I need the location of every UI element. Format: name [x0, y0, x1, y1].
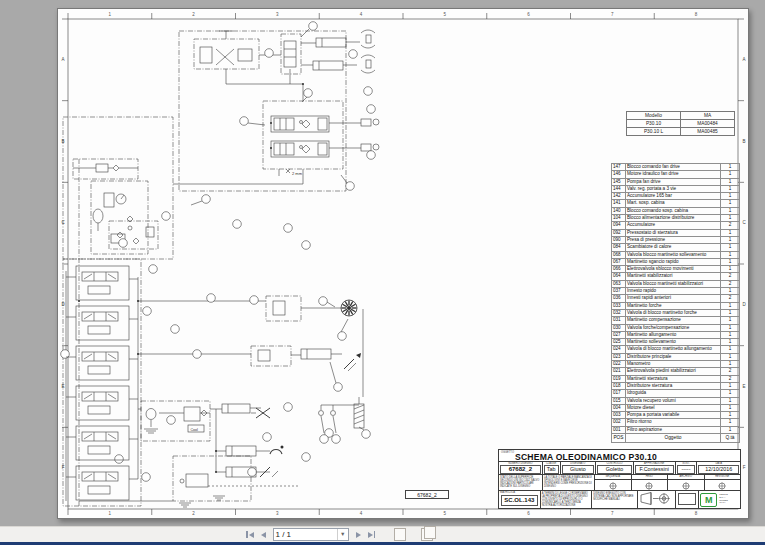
balloon-ref: [193, 350, 202, 359]
chevron-down-icon[interactable]: ▼: [337, 529, 345, 540]
frame-num-bottom: 1: [105, 511, 115, 516]
parts-row: 017Idroguida1: [612, 390, 740, 397]
frame-num-bottom: 2: [189, 511, 199, 516]
parts-row: 142Accumulatore 165 bar1: [612, 193, 740, 200]
balloon-ref: [143, 307, 152, 316]
frame-letter-left: F: [59, 465, 67, 470]
parts-row: 032Valvola di blocco martinetto forche1: [612, 309, 740, 316]
balloon-ref: [349, 50, 358, 59]
frame-num-top: 6: [524, 12, 534, 17]
parts-row: 024Valvola di blocco martinetto allungam…: [612, 346, 740, 353]
title-block: OGGETTO SCHEMA OLEODINAMICO P30.10 NUMER…: [498, 449, 741, 509]
parts-row: 144Valv. reg. portata a 3 vie1: [612, 185, 740, 192]
cool-label: Cool: [191, 428, 199, 432]
parts-rows: 147Blocco comando fan drive1146Motore id…: [612, 164, 740, 434]
parts-row: 031Martinetto compensazione1: [612, 317, 740, 324]
frame-letter-right: A: [740, 57, 748, 62]
balloon-ref: [250, 296, 259, 305]
projection-icon: [638, 491, 674, 506]
frame-num-top: 5: [440, 12, 450, 17]
notes-row: STATO DELLA SUPERFICIE SECONDO UNI ISO 1…: [499, 475, 740, 491]
frame-num-bottom: 7: [607, 511, 617, 516]
frame-letter-left: E: [59, 384, 67, 389]
title-row: OGGETTO SCHEMA OLEODINAMICO P30.10: [499, 450, 740, 462]
matricola-label: MATRICOLA: [499, 491, 540, 494]
balloon-ref: [248, 468, 257, 477]
first-page-icon: [246, 531, 248, 538]
approvals-grid: SEQUENZAPESOARCHIVIOREVISIONE: [595, 475, 740, 490]
balloon-ref: [332, 435, 341, 444]
col-qty: Q.tà: [721, 433, 740, 442]
previous-page-button[interactable]: [261, 532, 266, 538]
projection-symbol-cell: [638, 491, 676, 508]
frame-num-bottom: 6: [524, 511, 534, 516]
frame-num-bottom: 8: [691, 511, 701, 516]
note-property: A TERMINI DI LEGGE CI RISERVIAMO LA PROP…: [541, 491, 593, 508]
parts-row: 067Martinetto sgancio rapido1: [612, 258, 740, 265]
frame-letter-left: B: [59, 139, 67, 144]
field-3: CONTROLLOGoletto: [596, 462, 634, 475]
title-fields-row: NUMERO DISEGNO67682_2CLASSETabDISEGNATOG…: [499, 462, 740, 476]
frame-letter-left: A: [59, 57, 67, 62]
field-1: CLASSETab: [543, 462, 561, 475]
previous-page-icon: [261, 532, 266, 538]
frame-letter-right: D: [740, 302, 748, 307]
frame-letter-right: F: [740, 465, 748, 470]
manufacturer-logo: M: [700, 493, 717, 507]
model-row: ModelloMA: [627, 112, 735, 120]
single-page-layout-button[interactable]: [394, 528, 406, 541]
parts-row: 015Valvola recupero volumi1: [612, 397, 740, 404]
note-cad: DISEGNO ESEGUITO CON SISTEMA CAD NON APP…: [592, 491, 638, 508]
stamp-icon: [682, 482, 690, 490]
balloon-ref: [304, 89, 313, 98]
parts-row: 033Martinetto forche1: [612, 302, 740, 309]
field-0: NUMERO DISEGNO67682_2: [499, 462, 543, 475]
last-page-button[interactable]: [368, 531, 376, 538]
first-page-button[interactable]: [246, 531, 254, 538]
facing-pages-layout-button[interactable]: [421, 528, 433, 541]
balloon-ref: [233, 220, 242, 229]
parts-row: 003Pompa a portata variabile1: [612, 412, 740, 419]
balloon-ref: [346, 182, 355, 191]
parts-row: 022Manometro1: [612, 361, 740, 368]
balloon-ref: [263, 433, 272, 442]
balloon-ref: [362, 430, 371, 439]
frame-num-top: 8: [691, 12, 701, 17]
frame-letter-right: B: [740, 139, 748, 144]
document-page: 2 mm Cool 1122334455667788AABBCCDDEEFF M…: [57, 8, 749, 519]
viewer-toolbar: 1 / 1 ▼: [0, 526, 765, 542]
balloon-ref: [142, 473, 151, 482]
parts-row: 064Martinetti stabilizzatori2: [612, 273, 740, 280]
balloon-ref: [202, 195, 211, 204]
model-row: P30.10 LMA00485: [627, 128, 735, 136]
parts-row: 141Mart. sosp. cabina1: [612, 200, 740, 207]
balloon-ref: [167, 416, 176, 425]
model-row: P30.10MA00484: [627, 120, 735, 128]
stamp-icon: [609, 482, 617, 490]
approval-col: SEQUENZA: [595, 475, 632, 490]
balloon-ref: [284, 403, 293, 412]
balloon-ref: [367, 105, 376, 114]
next-page-button[interactable]: [356, 532, 361, 538]
parts-row: 092Pressostato di sterzatura1: [612, 229, 740, 236]
stamp-icon: [718, 482, 726, 490]
balloon-ref: [338, 332, 347, 341]
matricola-code: SC.OL.143: [501, 495, 538, 506]
parts-row: 030Valvola forche/compensazione1: [612, 324, 740, 331]
viewer-canvas: 2 mm Cool 1122334455667788AABBCCDDEEFF M…: [0, 0, 765, 527]
balloon-ref: [265, 49, 274, 58]
parts-row: 140Blocco comando sosp. cabina1: [612, 207, 740, 214]
balloon-ref: [119, 239, 128, 248]
page-number-input[interactable]: 1 / 1 ▼: [273, 528, 349, 541]
balloon-ref: [162, 212, 171, 221]
schematic-assembly-boxes: [63, 31, 346, 506]
distributor-stack: [66, 266, 138, 500]
parts-row: 068Valvola blocco martinetto sollevament…: [612, 251, 740, 258]
balloon-ref: [334, 383, 343, 392]
frame-num-bottom: 5: [440, 511, 450, 516]
balloon-ref: [284, 224, 293, 233]
parts-row: 001Filtro aspirazione1: [612, 426, 740, 433]
parts-row: 090Presa di pressione1: [612, 236, 740, 243]
parts-list-table: 147Blocco comando fan drive1146Motore id…: [611, 163, 740, 443]
col-oggetto: Oggetto: [626, 433, 721, 442]
